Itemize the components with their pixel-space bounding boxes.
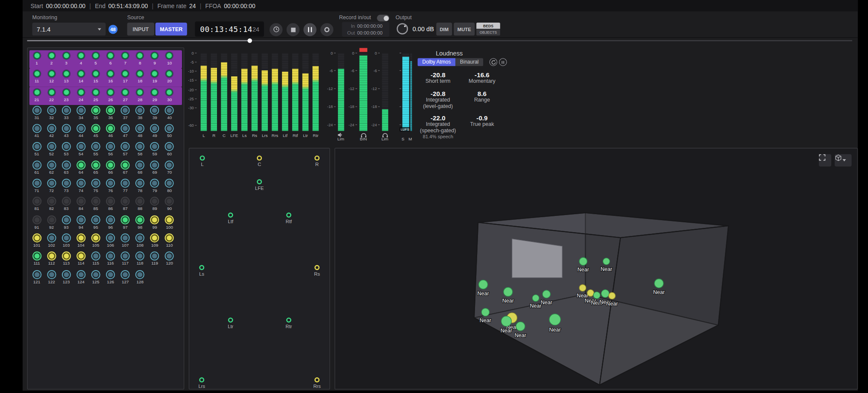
- channel-127[interactable]: 127: [118, 269, 133, 287]
- channel-67[interactable]: 67: [118, 160, 133, 178]
- channel-39[interactable]: 39: [147, 105, 162, 123]
- channel-86[interactable]: 86: [103, 196, 118, 215]
- channel-74[interactable]: 74: [73, 178, 88, 196]
- channel-123[interactable]: 123: [59, 269, 74, 287]
- channel-116[interactable]: 116: [103, 251, 118, 269]
- channel-54[interactable]: 54: [73, 141, 88, 160]
- channel-89[interactable]: 89: [147, 196, 162, 215]
- channel-106[interactable]: 106: [103, 233, 118, 251]
- channel-110[interactable]: 110: [162, 233, 177, 251]
- channel-63[interactable]: 63: [59, 160, 74, 178]
- channel-53[interactable]: 53: [59, 141, 74, 160]
- channel-6[interactable]: 6: [103, 50, 118, 69]
- channel-33[interactable]: 33: [59, 105, 74, 123]
- channel-100[interactable]: 100: [162, 214, 177, 233]
- channel-102[interactable]: 102: [44, 233, 59, 251]
- loudness-reset-button[interactable]: [490, 58, 498, 66]
- channel-99[interactable]: 99: [147, 214, 162, 233]
- channel-35[interactable]: 35: [88, 105, 103, 123]
- channel-93[interactable]: 93: [59, 214, 74, 233]
- channel-34[interactable]: 34: [73, 105, 88, 123]
- channel-66[interactable]: 66: [103, 160, 118, 178]
- channel-20[interactable]: 20: [162, 68, 177, 87]
- channel-11[interactable]: 11: [29, 68, 44, 87]
- channel-104[interactable]: 104: [73, 233, 88, 251]
- channel-119[interactable]: 119: [147, 251, 162, 269]
- channel-50[interactable]: 50: [162, 123, 177, 142]
- timeline-seekbar[interactable]: [27, 38, 852, 43]
- pause-button[interactable]: [303, 23, 316, 36]
- channel-22[interactable]: 22: [44, 87, 59, 105]
- channel-27[interactable]: 27: [118, 87, 133, 105]
- beds-button[interactable]: BEDS: [476, 23, 500, 29]
- channel-40[interactable]: 40: [162, 105, 177, 123]
- channel-25[interactable]: 25: [88, 87, 103, 105]
- channel-69[interactable]: 69: [147, 160, 162, 178]
- channel-78[interactable]: 78: [132, 178, 147, 196]
- channel-125[interactable]: 125: [88, 269, 103, 287]
- channel-10[interactable]: 10: [162, 50, 177, 69]
- channel-29[interactable]: 29: [147, 87, 162, 105]
- channel-117[interactable]: 117: [118, 251, 133, 269]
- channel-24[interactable]: 24: [73, 87, 88, 105]
- channel-13[interactable]: 13: [59, 68, 74, 87]
- channel-47[interactable]: 47: [118, 123, 133, 142]
- channel-85[interactable]: 85: [88, 196, 103, 215]
- channel-60[interactable]: 60: [162, 141, 177, 160]
- channel-80[interactable]: 80: [162, 178, 177, 196]
- sync-clock-button[interactable]: [270, 23, 282, 36]
- channel-115[interactable]: 115: [88, 251, 103, 269]
- channel-88[interactable]: 88: [132, 196, 147, 215]
- channel-9[interactable]: 9: [147, 50, 162, 69]
- channel-56[interactable]: 56: [103, 141, 118, 160]
- channel-113[interactable]: 113: [59, 251, 74, 269]
- channel-120[interactable]: 120: [162, 251, 177, 269]
- channel-118[interactable]: 118: [132, 251, 147, 269]
- channel-58[interactable]: 58: [132, 141, 147, 160]
- fullscreen-button[interactable]: [819, 154, 831, 166]
- channel-12[interactable]: 12: [44, 68, 59, 87]
- tab-binaural[interactable]: Binaural: [455, 58, 483, 66]
- channel-112[interactable]: 112: [44, 251, 59, 269]
- channel-41[interactable]: 41: [29, 123, 44, 142]
- channel-15[interactable]: 15: [88, 68, 103, 87]
- channel-73[interactable]: 73: [59, 178, 74, 196]
- channel-4[interactable]: 4: [73, 50, 88, 69]
- channel-126[interactable]: 126: [103, 269, 118, 287]
- channel-76[interactable]: 76: [103, 178, 118, 196]
- channel-44[interactable]: 44: [73, 123, 88, 142]
- channel-92[interactable]: 92: [44, 214, 59, 233]
- channel-95[interactable]: 95: [88, 214, 103, 233]
- channel-16[interactable]: 16: [103, 68, 118, 87]
- channel-90[interactable]: 90: [162, 196, 177, 215]
- channel-96[interactable]: 96: [103, 214, 118, 233]
- channel-55[interactable]: 55: [88, 141, 103, 160]
- stop-button[interactable]: [287, 23, 299, 36]
- channel-75[interactable]: 75: [88, 178, 103, 196]
- mute-button[interactable]: MUTE: [454, 23, 475, 35]
- channel-81[interactable]: 81: [29, 196, 44, 215]
- channel-84[interactable]: 84: [73, 196, 88, 215]
- channel-94[interactable]: 94: [73, 214, 88, 233]
- channel-49[interactable]: 49: [147, 123, 162, 142]
- channel-1[interactable]: 1: [29, 50, 44, 69]
- channel-68[interactable]: 68: [132, 160, 147, 178]
- channel-82[interactable]: 82: [44, 196, 59, 215]
- channel-107[interactable]: 107: [118, 233, 133, 251]
- loudness-pause-button[interactable]: [499, 58, 507, 66]
- channel-79[interactable]: 79: [147, 178, 162, 196]
- dim-button[interactable]: DIM: [436, 23, 452, 35]
- channel-114[interactable]: 114: [73, 251, 88, 269]
- channel-36[interactable]: 36: [103, 105, 118, 123]
- channel-111[interactable]: 111: [29, 251, 44, 269]
- channel-42[interactable]: 42: [44, 123, 59, 142]
- channel-61[interactable]: 61: [29, 160, 44, 178]
- channel-28[interactable]: 28: [132, 87, 147, 105]
- channel-64[interactable]: 64: [73, 160, 88, 178]
- channel-23[interactable]: 23: [59, 87, 74, 105]
- monitoring-dropdown[interactable]: 7.1.4: [32, 23, 106, 35]
- channel-65[interactable]: 65: [88, 160, 103, 178]
- channel-43[interactable]: 43: [59, 123, 74, 142]
- record-button[interactable]: [320, 23, 333, 36]
- channel-5[interactable]: 5: [88, 50, 103, 69]
